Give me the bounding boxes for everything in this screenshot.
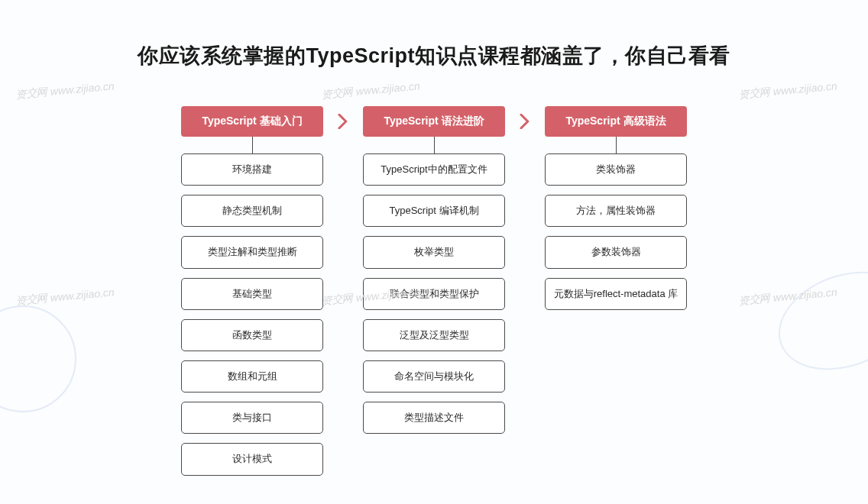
topic-item: 元数据与reflect-metadata 库 <box>545 278 687 310</box>
column-high-level: TypeScript 高级语法 类装饰器 方法，属性装饰器 参数装饰器 元数据与… <box>545 106 687 310</box>
topic-item: 类型描述文件 <box>363 402 505 434</box>
topic-item: 参数装饰器 <box>545 236 687 268</box>
topic-item: 设计模式 <box>181 443 323 475</box>
chevron-right-icon <box>334 106 352 137</box>
topic-item: 基础类型 <box>181 278 323 310</box>
column-header: TypeScript 语法进阶 <box>363 106 505 137</box>
topic-item: 数组和元组 <box>181 360 323 393</box>
topic-item: 联合类型和类型保护 <box>363 278 505 310</box>
topic-item: 静态类型机制 <box>181 195 323 227</box>
watermark: 资交网 www.zijiao.cn <box>15 79 115 102</box>
topic-item: 类型注解和类型推断 <box>181 236 323 268</box>
topic-item: 环境搭建 <box>181 153 323 186</box>
topic-item: 类与接口 <box>181 402 323 434</box>
topic-item: 函数类型 <box>181 319 323 351</box>
diagram-columns: TypeScript 基础入门 环境搭建 静态类型机制 类型注解和类型推断 基础… <box>0 106 868 476</box>
topic-item: 方法，属性装饰器 <box>545 195 687 227</box>
topic-list: 类装饰器 方法，属性装饰器 参数装饰器 元数据与reflect-metadata… <box>545 153 687 310</box>
watermark: 资交网 www.zijiao.cn <box>320 79 420 102</box>
column-header: TypeScript 高级语法 <box>545 106 687 137</box>
topic-item: 泛型及泛型类型 <box>363 319 505 351</box>
column-advanced-syntax: TypeScript 语法进阶 TypeScript中的配置文件 TypeScr… <box>363 106 505 434</box>
topic-item: 枚举类型 <box>363 236 505 268</box>
watermark: 资交网 www.zijiao.cn <box>738 79 838 102</box>
column-basics: TypeScript 基础入门 环境搭建 静态类型机制 类型注解和类型推断 基础… <box>181 106 323 476</box>
topic-item: TypeScript中的配置文件 <box>363 153 505 186</box>
topic-item: 类装饰器 <box>545 153 687 186</box>
connector-line <box>434 137 435 153</box>
topic-item: 命名空间与模块化 <box>363 360 505 393</box>
topic-item: TypeScript 编译机制 <box>363 195 505 227</box>
connector-line <box>252 137 253 153</box>
topic-list: TypeScript中的配置文件 TypeScript 编译机制 枚举类型 联合… <box>363 153 505 434</box>
topic-list: 环境搭建 静态类型机制 类型注解和类型推断 基础类型 函数类型 数组和元组 类与… <box>181 153 323 476</box>
column-header: TypeScript 基础入门 <box>181 106 323 137</box>
page-title: 你应该系统掌握的TypeScript知识点课程都涵盖了，你自己看看 <box>0 0 868 69</box>
chevron-right-icon <box>516 106 534 137</box>
connector-line <box>616 137 617 153</box>
